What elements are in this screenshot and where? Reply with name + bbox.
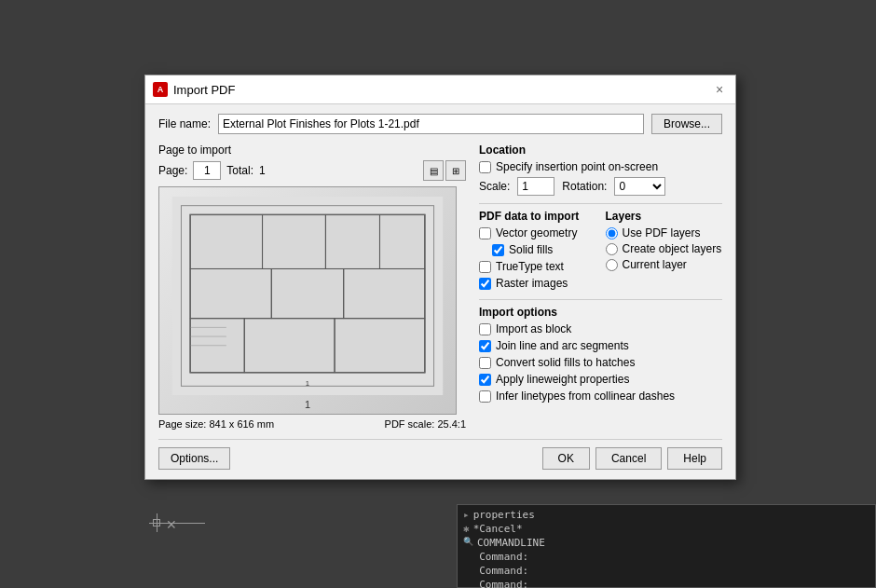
infer-linetypes-checkbox[interactable]: [479, 390, 491, 403]
scale-input[interactable]: [517, 177, 554, 196]
solid-fills-row: Solid fills: [479, 243, 596, 256]
scale-rotation-row: Scale: Rotation: 0 90 180 270: [479, 177, 722, 196]
cmd-text-5: Command:: [479, 579, 528, 588]
svg-text:1: 1: [306, 379, 309, 388]
svg-rect-2: [190, 214, 425, 372]
command-line-row-5: Command:: [463, 579, 869, 588]
footer-right: OK Cancel Help: [542, 447, 722, 470]
file-name-label: File name:: [158, 117, 211, 130]
use-pdf-layers-radio[interactable]: [606, 227, 618, 239]
join-line-checkbox[interactable]: [479, 340, 491, 352]
right-panel: Location Specify insertion point on-scre…: [479, 144, 722, 430]
truetype-checkbox[interactable]: [479, 261, 491, 273]
divider-2: [479, 299, 722, 300]
infer-linetypes-label: Infer linetypes from collinear dashes: [496, 390, 675, 403]
import-as-block-label: Import as block: [496, 322, 571, 335]
command-line-panel[interactable]: ▸ properties ✱ *Cancel* 🔍 COMMANDLINE Co…: [457, 504, 876, 588]
divider-1: [479, 203, 722, 204]
cmd-arrow-5: [463, 579, 475, 588]
import-options-title: Import options: [479, 306, 722, 319]
total-value: 1: [259, 164, 266, 177]
rotation-label: Rotation:: [562, 180, 607, 193]
import-as-block-checkbox[interactable]: [479, 323, 491, 335]
dialog-footer: Options... OK Cancel Help: [158, 439, 722, 470]
specify-insertion-row: Specify insertion point on-screen: [479, 160, 722, 173]
current-layer-label: Current layer: [623, 258, 687, 271]
create-object-layers-radio[interactable]: [606, 243, 618, 255]
import-options-section: Import options Import as block Join line…: [479, 306, 722, 403]
dialog-title: Import PDF: [173, 83, 235, 97]
import-as-block-row: Import as block: [479, 322, 722, 335]
left-panel: Page to import Page: Total: 1 ▤ ⊞: [158, 144, 466, 430]
convert-solid-label: Convert solid fills to hatches: [496, 356, 635, 369]
vector-geometry-row: Vector geometry: [479, 226, 596, 239]
cmd-text-1: *Cancel*: [473, 523, 523, 535]
options-button[interactable]: Options...: [158, 447, 230, 470]
cmd-arrow-3: [463, 551, 475, 563]
command-line-row-2: 🔍 COMMANDLINE: [463, 537, 869, 549]
apply-lineweight-checkbox[interactable]: [479, 374, 491, 386]
page-number-input[interactable]: [193, 161, 221, 180]
layers-section: Layers Use PDF layers Create object laye…: [606, 210, 723, 294]
preview-page-number: 1: [305, 399, 310, 410]
cmd-text-4: Command:: [479, 565, 528, 577]
apply-lineweight-row: Apply lineweight properties: [479, 373, 722, 386]
ok-button[interactable]: OK: [542, 447, 590, 470]
close-button[interactable]: ×: [711, 81, 728, 98]
cmd-text-0: properties: [473, 509, 535, 521]
specify-insertion-checkbox[interactable]: [479, 161, 491, 173]
page-size-row: Page size: 841 x 616 mm PDF scale: 25.4:…: [158, 418, 466, 430]
join-line-label: Join line and arc segments: [496, 339, 629, 352]
layers-title: Layers: [606, 210, 723, 223]
help-button[interactable]: Help: [667, 447, 722, 470]
page-row: Page: Total: 1 ▤ ⊞: [158, 160, 466, 181]
dialog-title-left: A Import PDF: [153, 82, 235, 97]
convert-solid-checkbox[interactable]: [479, 357, 491, 369]
raster-images-label: Raster images: [496, 277, 568, 290]
autocad-logo: A: [153, 82, 168, 97]
truetype-text-row: TrueType text: [479, 260, 596, 273]
dialog-body: File name: Browse... Page to import Page…: [145, 104, 735, 479]
vector-geometry-label: Vector geometry: [496, 226, 577, 239]
preview-image: 1: [159, 187, 456, 414]
crosshair-box: [153, 519, 160, 526]
location-title: Location: [479, 144, 722, 157]
raster-images-checkbox[interactable]: [479, 278, 491, 290]
pdf-scale-text: PDF scale: 25.4:1: [385, 418, 466, 430]
cmd-text-2: COMMANDLINE: [477, 537, 545, 549]
apply-lineweight-label: Apply lineweight properties: [496, 373, 629, 386]
cmd-arrow-4: [463, 565, 475, 577]
preview-area: 1: [158, 186, 457, 415]
floor-plan-svg: 1: [169, 197, 446, 395]
current-layer-radio[interactable]: [606, 259, 618, 271]
single-view-button[interactable]: ▤: [423, 160, 444, 181]
page-label: Page:: [158, 164, 187, 177]
file-name-row: File name: Browse...: [158, 114, 722, 134]
use-pdf-layers-label: Use PDF layers: [623, 226, 701, 239]
grid-view-button[interactable]: ⊞: [445, 160, 466, 181]
browse-button[interactable]: Browse...: [651, 114, 722, 134]
page-import-label: Page to import: [158, 144, 466, 157]
command-line-row-3: Command:: [463, 551, 869, 563]
command-line-row-0: ▸ properties: [463, 509, 869, 521]
use-pdf-layers-row: Use PDF layers: [606, 226, 723, 239]
vector-geometry-checkbox[interactable]: [479, 227, 491, 239]
raster-images-row: Raster images: [479, 277, 596, 290]
floor-plan: 1: [169, 197, 446, 395]
page-size-text: Page size: 841 x 616 mm: [158, 418, 274, 430]
view-buttons: ▤ ⊞: [423, 160, 466, 181]
import-pdf-dialog: A Import PDF × File name: Browse... Page…: [144, 75, 736, 480]
file-name-input[interactable]: [218, 114, 644, 134]
pdf-data-section: PDF data to import Vector geometry Solid…: [479, 210, 596, 294]
current-layer-row: Current layer: [606, 258, 723, 271]
specify-insertion-label: Specify insertion point on-screen: [496, 160, 658, 173]
pdf-layers-row: PDF data to import Vector geometry Solid…: [479, 210, 722, 294]
cancel-button[interactable]: Cancel: [595, 447, 662, 470]
rotation-select[interactable]: 0 90 180 270: [614, 177, 665, 196]
solid-fills-checkbox[interactable]: [492, 244, 504, 256]
convert-solid-row: Convert solid fills to hatches: [479, 356, 722, 369]
dialog-titlebar: A Import PDF ×: [145, 75, 735, 104]
cmd-arrow-0: ▸: [463, 509, 470, 521]
scale-label: Scale:: [479, 180, 510, 193]
create-object-layers-row: Create object layers: [606, 242, 723, 255]
